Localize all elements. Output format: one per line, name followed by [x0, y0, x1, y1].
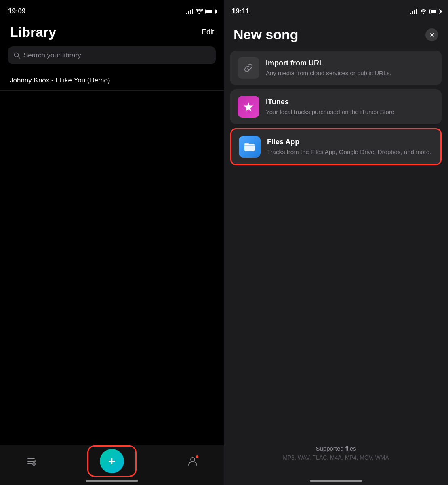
time-right: 19:11: [232, 7, 249, 15]
star-icon: [242, 100, 255, 114]
option-item-url[interactable]: Import from URL Any media from cloud ser…: [230, 51, 442, 85]
battery-icon-right: [429, 9, 440, 14]
svg-rect-9: [244, 143, 249, 145]
status-icons-right: [410, 8, 440, 14]
url-option-text: Import from URL Any media from cloud ser…: [266, 59, 391, 77]
folder-icon: [243, 140, 257, 154]
itunes-option-icon: [238, 96, 259, 118]
files-option-title: Files App: [267, 138, 431, 146]
nav-item-profile[interactable]: [187, 455, 198, 467]
search-placeholder: Search your library: [23, 51, 81, 59]
right-panel: 19:11 New song ✕: [224, 0, 448, 485]
itunes-option-text: iTunes Your local tracks purchased on th…: [266, 98, 396, 116]
wifi-icon: [196, 9, 203, 14]
left-panel: 19:09 Library Edit S: [0, 0, 224, 485]
library-header: Library Edit: [0, 20, 224, 46]
home-indicator-right: [310, 480, 362, 482]
modal-header: New song ✕: [224, 20, 448, 51]
add-button-highlight: +: [87, 445, 137, 477]
wifi-icon-right: [420, 9, 427, 14]
url-option-icon: [238, 57, 259, 79]
home-indicator-left: [86, 480, 138, 482]
option-item-files[interactable]: Files App Tracks from the Files App, Goo…: [230, 128, 442, 165]
supported-formats: MP3, WAV, FLAC, M4A, MP4, MOV, WMA: [283, 454, 389, 461]
files-option-icon: [239, 136, 261, 158]
plus-icon: +: [108, 455, 116, 468]
files-option-desc: Tracks from the Files App, Google Drive,…: [267, 148, 431, 156]
notification-dot: [195, 455, 199, 459]
search-bar[interactable]: Search your library: [8, 46, 216, 64]
status-bar-left: 19:09: [0, 0, 224, 20]
link-icon: [242, 62, 254, 74]
list-item[interactable]: Johnny Knox - I Like You (Demo): [0, 71, 224, 91]
svg-line-2: [18, 57, 20, 59]
supported-label: Supported files: [315, 445, 356, 452]
music-list-icon: [25, 455, 37, 467]
modal-title: New song: [233, 27, 299, 42]
url-option-desc: Any media from cloud services or public …: [266, 69, 391, 77]
time-left: 19:09: [8, 7, 25, 15]
option-list: Import from URL Any media from cloud ser…: [224, 51, 448, 165]
signal-icon: [186, 8, 193, 14]
library-item-text: Johnny Knox - I Like You (Demo): [10, 76, 110, 84]
battery-icon-left: [205, 9, 216, 14]
svg-point-6: [33, 463, 35, 465]
add-button[interactable]: +: [100, 449, 124, 473]
search-icon: [14, 52, 20, 59]
supported-files-section: Supported files MP3, WAV, FLAC, M4A, MP4…: [224, 445, 448, 461]
signal-icon-right: [410, 8, 417, 14]
status-icons-left: [186, 8, 216, 14]
svg-point-7: [191, 458, 195, 462]
edit-button[interactable]: Edit: [202, 28, 214, 36]
url-option-title: Import from URL: [266, 59, 391, 67]
itunes-option-desc: Your local tracks purchased on the iTune…: [266, 108, 396, 116]
close-button[interactable]: ✕: [425, 28, 438, 41]
status-bar-right: 19:11: [224, 0, 448, 20]
svg-point-0: [199, 13, 200, 14]
files-option-text: Files App Tracks from the Files App, Goo…: [267, 138, 431, 156]
library-title: Library: [10, 24, 56, 40]
nav-item-library[interactable]: [25, 455, 37, 467]
itunes-option-title: iTunes: [266, 98, 396, 106]
option-item-itunes[interactable]: iTunes Your local tracks purchased on th…: [230, 89, 442, 124]
nav-item-add[interactable]: +: [87, 445, 137, 477]
bottom-nav: +: [0, 445, 224, 485]
